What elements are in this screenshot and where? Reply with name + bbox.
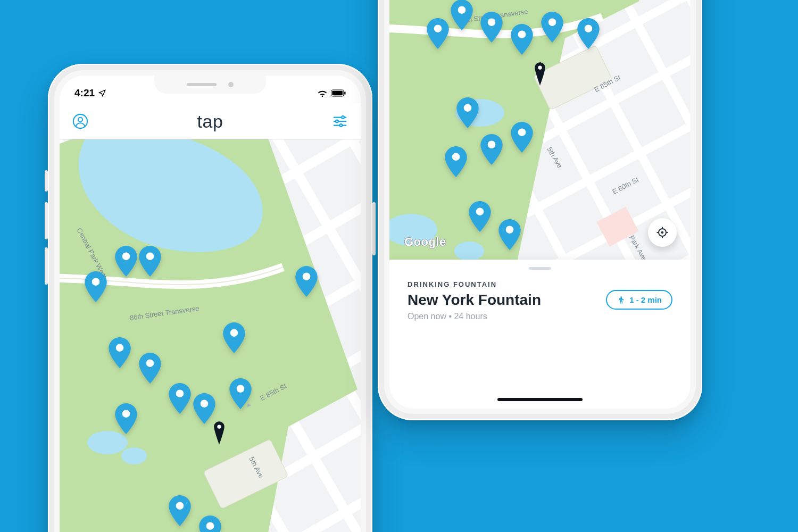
svg-point-10: [339, 124, 342, 127]
map-pin[interactable]: [469, 201, 491, 232]
map-pin[interactable]: [451, 0, 473, 30]
svg-point-18: [92, 278, 100, 286]
phone-side-button: [372, 202, 376, 255]
walk-time-chip[interactable]: 1 - 2 min: [606, 290, 672, 310]
map-pin[interactable]: [193, 393, 215, 424]
svg-rect-2: [344, 92, 345, 95]
svg-point-29: [176, 502, 184, 510]
svg-point-51: [488, 140, 496, 148]
svg-point-43: [434, 24, 442, 32]
map-pin[interactable]: [169, 383, 191, 414]
phone-side-button: [45, 247, 48, 285]
map-pin[interactable]: [115, 246, 137, 277]
walk-icon: [617, 296, 625, 304]
svg-point-55: [538, 65, 542, 69]
status-time: 4:21: [74, 87, 95, 99]
svg-point-44: [458, 6, 466, 14]
svg-point-27: [200, 400, 208, 408]
svg-point-15: [87, 431, 128, 454]
map-pin[interactable]: [295, 266, 318, 297]
svg-point-50: [452, 153, 460, 161]
map-pin[interactable]: [169, 495, 191, 526]
svg-point-23: [146, 359, 154, 367]
user-location-pin: [212, 421, 226, 445]
map-pin[interactable]: [511, 24, 533, 55]
svg-point-6: [342, 116, 344, 119]
map-pin[interactable]: [139, 353, 161, 384]
svg-point-52: [518, 128, 526, 136]
phone-mockup-right: 86th Street Transverse E 85th St E 80th …: [378, 0, 702, 420]
svg-point-40: [454, 242, 484, 261]
location-arrow-icon: [98, 89, 106, 97]
meta-separator: •: [448, 312, 454, 321]
svg-point-45: [488, 19, 496, 27]
svg-point-54: [506, 226, 514, 234]
phone-mockup-left: 4:21 tap: [48, 64, 372, 532]
svg-point-20: [146, 253, 154, 261]
walk-time-text: 1 - 2 min: [629, 295, 662, 304]
wifi-icon: [317, 89, 328, 97]
map-pin[interactable]: [229, 378, 252, 409]
crosshair-icon: [656, 226, 669, 239]
battery-icon: [331, 89, 346, 97]
map-attribution: Google: [404, 235, 446, 249]
svg-point-21: [303, 273, 311, 281]
map-pin[interactable]: [541, 12, 563, 43]
map-pin[interactable]: [223, 322, 245, 353]
home-indicator: [497, 398, 583, 401]
svg-point-4: [78, 118, 82, 122]
filters-button[interactable]: [331, 112, 349, 130]
phone-notch: [154, 76, 266, 94]
app-logo: tap: [197, 111, 223, 132]
svg-point-28: [236, 385, 244, 393]
svg-rect-1: [332, 91, 343, 95]
svg-point-48: [584, 24, 592, 32]
map-pin[interactable]: [480, 134, 503, 165]
map-pin[interactable]: [427, 18, 449, 49]
sheet-grabber[interactable]: [529, 267, 551, 270]
map-pin[interactable]: [109, 337, 131, 368]
map-view[interactable]: Central Park West 86th Street Transverse…: [60, 139, 361, 532]
app-header: tap: [60, 103, 361, 139]
svg-point-30: [206, 522, 214, 530]
svg-point-46: [518, 31, 526, 39]
svg-point-24: [230, 329, 238, 337]
map-pin[interactable]: [445, 146, 467, 177]
svg-point-53: [476, 207, 484, 215]
map-pin[interactable]: [577, 18, 600, 49]
map-view[interactable]: 86th Street Transverse E 85th St E 80th …: [389, 0, 691, 409]
svg-point-25: [122, 410, 130, 418]
svg-point-57: [661, 231, 664, 234]
svg-point-16: [121, 447, 147, 464]
user-location-pin: [533, 62, 547, 86]
svg-point-8: [336, 120, 338, 123]
phone-side-button: [45, 202, 48, 239]
map-pin[interactable]: [480, 12, 503, 43]
map-pin[interactable]: [498, 219, 521, 250]
map-pin[interactable]: [456, 97, 479, 128]
profile-button[interactable]: [71, 112, 89, 130]
place-category: DRINKING FOUNTAIN: [408, 280, 541, 288]
svg-point-19: [122, 253, 130, 261]
place-detail-sheet[interactable]: DRINKING FOUNTAIN New York Fountain Open…: [389, 260, 691, 409]
svg-point-47: [548, 19, 556, 27]
map-pin[interactable]: [115, 403, 137, 434]
place-meta: Open now • 24 hours: [408, 312, 541, 321]
map-pin[interactable]: [511, 122, 533, 153]
place-open-status: Open now: [408, 312, 446, 321]
map-background: [60, 139, 361, 532]
map-pin[interactable]: [139, 246, 161, 277]
svg-point-33: [217, 425, 221, 428]
place-name: New York Fountain: [408, 292, 541, 309]
place-hours: 24 hours: [454, 312, 487, 321]
svg-point-26: [176, 390, 184, 398]
svg-point-49: [464, 104, 472, 112]
map-pin[interactable]: [199, 516, 221, 532]
svg-point-22: [116, 344, 124, 352]
locate-me-button[interactable]: [648, 218, 677, 247]
map-pin[interactable]: [85, 271, 107, 302]
phone-side-button: [45, 170, 48, 192]
